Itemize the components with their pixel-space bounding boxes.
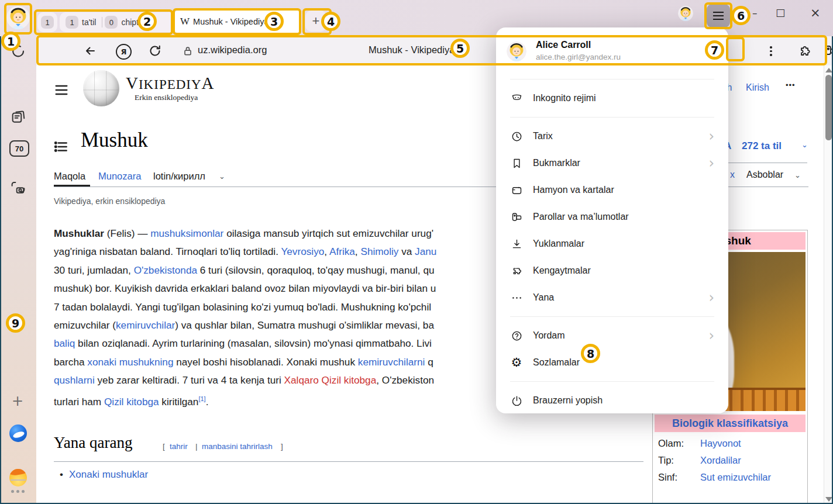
edit-pipe: | <box>195 442 198 451</box>
wiki-link[interactable]: Qizil kitobga <box>104 395 159 407</box>
tab-counter-button[interactable]: 70 <box>9 140 29 157</box>
tab-munozara[interactable]: Munozara <box>98 171 141 182</box>
taxonomy-value-link[interactable]: Hayvonot <box>700 438 741 449</box>
menu-item-download[interactable]: Yuklanmalar <box>496 230 728 257</box>
menu-item-extensions[interactable]: Kengaytmalar <box>496 257 728 284</box>
maximize-button[interactable]: □ <box>776 6 785 18</box>
tools-button[interactable]: Asboblar <box>746 170 783 180</box>
languages-button[interactable]: 272 ta til <box>742 140 782 152</box>
text: kiritilgan <box>159 395 199 407</box>
edit-link[interactable]: tahrir <box>170 442 188 451</box>
sidebar-more-icon[interactable] <box>11 490 25 493</box>
menu-divider <box>510 117 714 118</box>
menu-item-settings[interactable]: ⚙Sozlamalar <box>496 349 728 376</box>
menu-divider <box>510 316 714 317</box>
download-icon <box>510 237 523 250</box>
annotation-box-6 <box>704 2 732 29</box>
titlebar-avatar[interactable] <box>678 6 693 21</box>
menu-item-incognito[interactable]: Inkognito rejimi <box>496 85 728 112</box>
tab-maqola[interactable]: Maqola <box>54 171 85 182</box>
menu-item-wallet[interactable]: Hamyon va kartalar <box>496 177 728 203</box>
incognito-icon <box>510 92 523 105</box>
bullet: • <box>60 469 63 480</box>
text: barcha <box>54 356 87 368</box>
wiki-login-link[interactable]: Kirish <box>746 82 769 93</box>
see-also-heading: Yana qarang <box>54 434 132 452</box>
bookmark-icon <box>510 157 523 170</box>
menu-item-label: Bukmarklar <box>533 158 708 168</box>
annotation-box-1 <box>4 3 32 34</box>
wiki-link[interactable]: Afrika <box>329 246 355 257</box>
notes-icon[interactable] <box>10 109 26 125</box>
text: yag'riniga nisbatan baland. Tirnoqlari t… <box>54 246 281 257</box>
annotation-3: 3 <box>264 12 284 31</box>
menu-item-bookmark[interactable]: Bukmarklar› <box>496 150 728 177</box>
tab-lotin-kirill[interactable]: lotin/кирилл <box>153 171 205 182</box>
menu-item-label: Brauzerni yopish <box>533 395 714 406</box>
taxonomy-value-link[interactable]: Xordalilar <box>700 455 741 466</box>
sidebar: 70 + <box>0 0 36 504</box>
wiki-wordmark[interactable]: VIKIPEDIYA <box>126 74 215 93</box>
taxonomy-rows: Olam:HayvonotTip:XordalilarSinf:Sut emiz… <box>655 438 806 483</box>
yandex-browser-app-icon[interactable] <box>9 424 27 442</box>
yandex-mail-app-icon[interactable] <box>9 469 27 486</box>
menu-item-help[interactable]: Yordam› <box>496 322 728 349</box>
edit-source-link[interactable]: manbasini tahrirlash <box>202 442 273 451</box>
tools-chevron-icon[interactable]: ⌄ <box>794 171 801 179</box>
wiki-link[interactable]: mushuksimonlar <box>150 227 223 239</box>
menu-divider <box>510 381 714 382</box>
toc-icon[interactable] <box>53 139 69 154</box>
menu-item-label: Parollar va ma’lumotlar <box>533 212 714 222</box>
variant-chevron-icon[interactable]: ⌄ <box>219 172 225 181</box>
taxonomy-row: Tip:Xordalilar <box>658 455 802 466</box>
chevron-right-icon: › <box>708 291 714 305</box>
site-subtitle: Vikipediya, erkin ensiklopediya <box>54 196 165 206</box>
menu-item-history[interactable]: Tarix› <box>496 123 728 150</box>
tools-fragment: x <box>730 170 735 180</box>
window-edge-left <box>0 36 1 504</box>
wiki-more-icon[interactable]: ••• <box>786 81 796 89</box>
reference-link[interactable]: [1] <box>198 395 205 402</box>
taxonomy-value-link[interactable]: Sut emizuvchilar <box>700 472 771 483</box>
text: , <box>324 246 329 257</box>
wiki-red-link[interactable]: Xalqaro Qizil kitobga <box>284 374 377 386</box>
wiki-link[interactable]: qushlarni <box>54 374 95 386</box>
taxonomy-label: Olam: <box>658 438 700 449</box>
see-also-list: •Xonaki mushuklar <box>60 469 148 481</box>
annotation-box-7 <box>726 37 745 61</box>
text: bilan oziqlanadi. Ayrim turlarining (mas… <box>75 337 432 349</box>
screenshot-icon[interactable] <box>9 179 27 195</box>
wiki-link[interactable]: Janu <box>415 246 436 257</box>
text: (Felis) — <box>104 227 150 239</box>
close-button[interactable]: × <box>810 6 821 20</box>
add-panel-button[interactable]: + <box>12 393 23 409</box>
scrollbar-thumb[interactable] <box>825 75 832 140</box>
text: . <box>206 395 209 407</box>
wiki-link[interactable]: O'zbekistonda <box>134 264 197 276</box>
browser-window: 70 + 1 1 ta'til 0 chipta ⌄ W Mushuk - Vi… <box>0 0 833 504</box>
wiki-link[interactable]: kemiruvchilarni <box>358 356 425 368</box>
languages-chevron-icon[interactable]: ⌄ <box>801 140 808 149</box>
wiki-link[interactable]: baliq <box>54 337 75 349</box>
menu-item-passwords[interactable]: Parollar va ma’lumotlar <box>496 203 728 230</box>
see-also-link[interactable]: Xonaki mushuklar <box>69 469 148 480</box>
text: , O'zbekiston <box>376 374 434 386</box>
taxonomy-row: Olam:Hayvonot <box>658 438 802 449</box>
text: turlari ham <box>54 395 104 407</box>
wikipedia-globe-logo[interactable] <box>83 70 119 106</box>
menu-item-label: Inkognito rejimi <box>533 93 714 103</box>
wiki-link[interactable]: Shimoliy <box>360 246 398 257</box>
menu-item-more[interactable]: Yana› <box>496 284 728 311</box>
menu-item-power[interactable]: Brauzerni yopish <box>496 387 728 414</box>
text: 7 tadan bolalaydi. Yangi tug'ilgan bolas… <box>54 301 431 313</box>
wiki-hamburger-icon[interactable] <box>53 82 70 98</box>
wiki-link[interactable]: kemiruvchilar <box>116 319 175 331</box>
text: 6 turi (silovsin, qoraquloq, to'qay mush… <box>197 264 435 276</box>
text: , <box>355 246 361 257</box>
bold-term: Mushuklar <box>54 227 104 239</box>
wiki-link[interactable]: xonaki mushukning <box>87 356 173 368</box>
text: va <box>398 246 415 257</box>
annotation-7: 7 <box>705 40 724 60</box>
minimize-button[interactable]: – <box>752 7 758 19</box>
wiki-link[interactable]: Yevrosiyo <box>281 246 324 257</box>
